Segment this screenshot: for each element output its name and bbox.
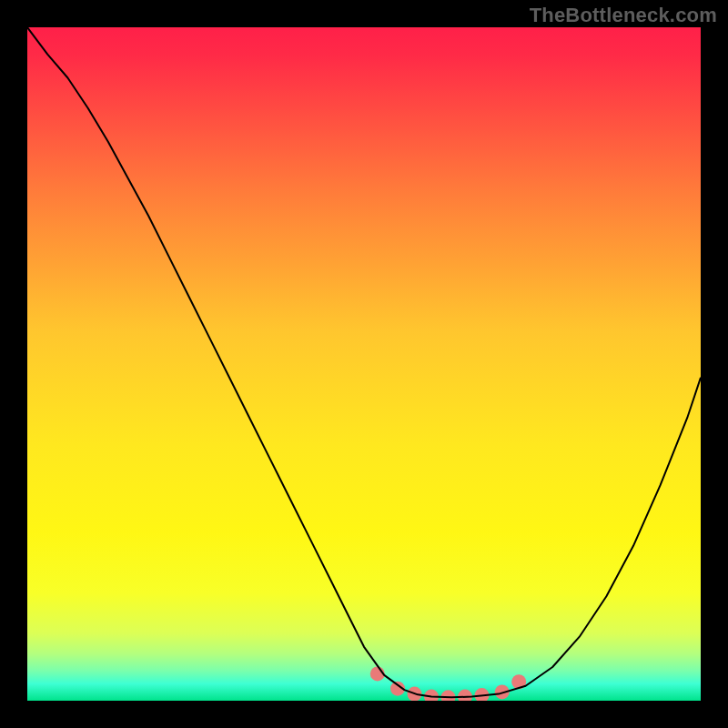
plot-area [27,27,701,701]
bottleneck-chart [27,27,701,701]
watermark-text: TheBottleneck.com [530,4,717,27]
chart-background [27,27,701,701]
chart-frame: TheBottleneck.com [0,0,728,728]
